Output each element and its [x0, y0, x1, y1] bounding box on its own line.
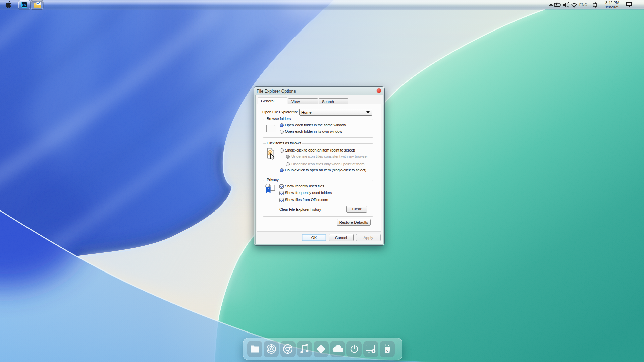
svg-text:C: C: [386, 349, 388, 352]
